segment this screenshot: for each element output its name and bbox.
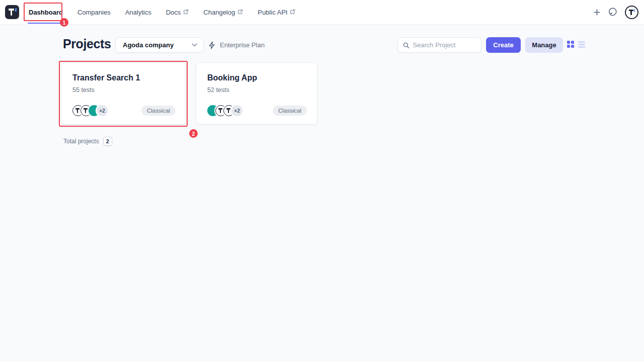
nav-label: Dashboard [29,9,63,16]
create-button[interactable]: Create [486,37,521,53]
headset-icon[interactable] [608,8,617,17]
main-nav: Dashboard Companies Analytics Docs Chang… [29,0,295,24]
member-avatar-count: +2 [97,105,108,116]
annotation-step-1: 1 [60,18,68,27]
project-card-footer: +2 Classical [72,105,176,116]
search-project-box [397,37,481,53]
plus-icon[interactable] [593,9,601,16]
external-link-icon [290,9,295,15]
member-avatars: +2 [207,105,243,116]
nav-item-dashboard[interactable]: Dashboard [29,0,63,24]
logo-t-glyph [11,9,13,16]
view-toggle-group [567,41,585,48]
grid-view-icon[interactable] [567,41,575,48]
external-link-icon [237,9,243,15]
nav-item-companies[interactable]: Companies [77,0,111,24]
project-title: Transfer Search 1 [72,73,140,82]
nav-label: Changelog [203,9,235,16]
app-logo[interactable] [5,5,19,19]
chevron-down-icon [192,43,197,47]
member-avatars: +2 [72,105,108,116]
project-title: Booking App [207,73,257,82]
search-icon [403,42,409,49]
plan-indicator: Enterprise Plan [208,37,265,53]
annotation-step-2: 2 [189,129,198,138]
page-title: Projects [63,37,111,51]
avatar-t-glyph [630,10,632,15]
nav-label: Companies [77,9,111,16]
nav-item-docs[interactable]: Docs [166,0,189,24]
project-card-booking-app[interactable]: Booking App 52 tests +2 Classical [196,62,317,125]
header-actions [593,0,638,24]
nav-label: Public API [258,9,287,16]
project-tests-count: 55 tests [72,86,95,94]
total-projects-label: Total projects [63,138,99,145]
project-type-badge: Classical [273,106,307,116]
member-avatar-count: +2 [231,105,243,116]
total-projects-row: Total projects 2 [63,137,112,146]
account-avatar[interactable] [625,6,638,19]
company-selector-dropdown[interactable]: Agoda company [115,37,204,53]
logo-accent [15,8,17,12]
plan-label: Enterprise Plan [220,41,265,49]
search-project-input[interactable] [413,41,476,49]
nav-item-changelog[interactable]: Changelog [203,0,243,24]
project-card-transfer-search-1[interactable]: Transfer Search 1 55 tests +2 Classical [61,62,186,125]
external-link-icon [183,9,189,15]
nav-label: Analytics [125,9,151,16]
project-card-footer: +2 Classical [207,105,307,116]
manage-button[interactable]: Manage [525,37,563,53]
avatar-accent [634,9,635,12]
list-view-icon[interactable] [578,41,585,48]
project-type-badge: Classical [141,106,176,116]
bolt-icon [208,41,216,49]
nav-item-public-api[interactable]: Public API [258,0,295,24]
top-navbar: Dashboard Companies Analytics Docs Chang… [0,0,644,25]
project-tests-count: 52 tests [207,86,229,94]
total-projects-count: 2 [103,137,112,146]
nav-label: Docs [166,9,181,16]
company-selector-value: Agoda company [123,41,174,49]
nav-item-analytics[interactable]: Analytics [125,0,151,24]
